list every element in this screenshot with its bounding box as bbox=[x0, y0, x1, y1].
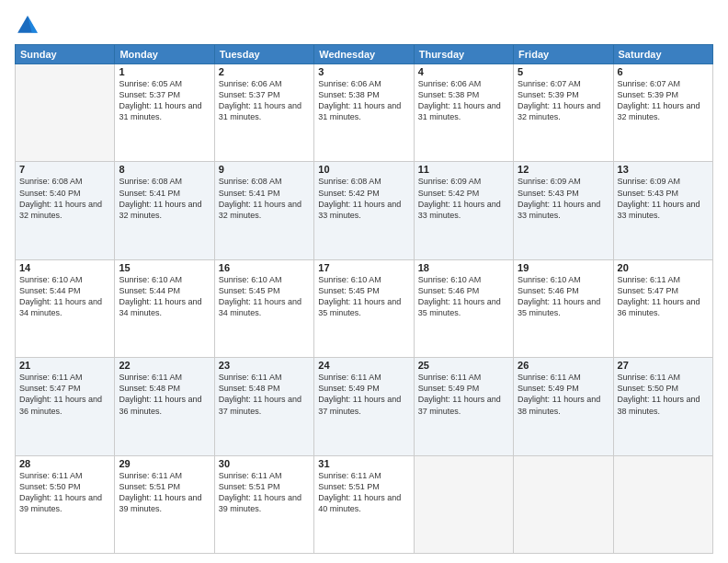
day-number: 10 bbox=[318, 164, 409, 175]
calendar-day-cell: 10 Sunrise: 6:08 AMSunset: 5:42 PMDaylig… bbox=[314, 162, 414, 259]
calendar-day-cell: 16 Sunrise: 6:10 AMSunset: 5:45 PMDaylig… bbox=[214, 259, 313, 357]
calendar-day-cell: 2 Sunrise: 6:06 AMSunset: 5:37 PMDayligh… bbox=[214, 64, 313, 162]
calendar-day-cell: 28 Sunrise: 6:11 AMSunset: 5:50 PMDaylig… bbox=[16, 455, 115, 553]
calendar-day-cell bbox=[16, 64, 115, 162]
calendar-day-cell: 11 Sunrise: 6:09 AMSunset: 5:42 PMDaylig… bbox=[414, 162, 513, 259]
day-detail: Sunrise: 6:05 AMSunset: 5:37 PMDaylight:… bbox=[119, 78, 210, 123]
weekday-header: Tuesday bbox=[214, 45, 313, 64]
day-detail: Sunrise: 6:11 AMSunset: 5:48 PMDaylight:… bbox=[119, 372, 210, 417]
day-number: 22 bbox=[119, 360, 210, 371]
weekday-header-row: SundayMondayTuesdayWednesdayThursdayFrid… bbox=[16, 45, 713, 64]
calendar-week-row: 21 Sunrise: 6:11 AMSunset: 5:47 PMDaylig… bbox=[16, 358, 713, 455]
calendar-week-row: 1 Sunrise: 6:05 AMSunset: 5:37 PMDayligh… bbox=[16, 64, 713, 162]
day-detail: Sunrise: 6:08 AMSunset: 5:41 PMDaylight:… bbox=[119, 176, 210, 221]
day-number: 29 bbox=[119, 458, 210, 469]
day-detail: Sunrise: 6:06 AMSunset: 5:38 PMDaylight:… bbox=[318, 78, 409, 123]
day-detail: Sunrise: 6:11 AMSunset: 5:49 PMDaylight:… bbox=[418, 372, 509, 417]
weekday-header: Monday bbox=[115, 45, 214, 64]
day-number: 14 bbox=[19, 262, 110, 273]
calendar-day-cell: 26 Sunrise: 6:11 AMSunset: 5:49 PMDaylig… bbox=[514, 358, 613, 455]
day-detail: Sunrise: 6:11 AMSunset: 5:51 PMDaylight:… bbox=[219, 470, 310, 515]
logo-icon bbox=[15, 13, 40, 39]
day-detail: Sunrise: 6:08 AMSunset: 5:41 PMDaylight:… bbox=[219, 176, 310, 221]
day-detail: Sunrise: 6:06 AMSunset: 5:37 PMDaylight:… bbox=[219, 78, 310, 123]
day-detail: Sunrise: 6:10 AMSunset: 5:45 PMDaylight:… bbox=[318, 274, 409, 319]
day-number: 18 bbox=[418, 262, 509, 273]
day-number: 5 bbox=[518, 66, 609, 77]
day-detail: Sunrise: 6:06 AMSunset: 5:38 PMDaylight:… bbox=[418, 78, 509, 123]
calendar-day-cell: 19 Sunrise: 6:10 AMSunset: 5:46 PMDaylig… bbox=[514, 259, 613, 357]
day-number: 3 bbox=[318, 66, 409, 77]
day-number: 2 bbox=[219, 66, 310, 77]
calendar-day-cell: 25 Sunrise: 6:11 AMSunset: 5:49 PMDaylig… bbox=[414, 358, 513, 455]
day-number: 28 bbox=[19, 458, 110, 469]
day-number: 27 bbox=[618, 360, 709, 371]
day-detail: Sunrise: 6:11 AMSunset: 5:48 PMDaylight:… bbox=[219, 372, 310, 417]
day-detail: Sunrise: 6:09 AMSunset: 5:43 PMDaylight:… bbox=[518, 176, 609, 221]
calendar-day-cell: 5 Sunrise: 6:07 AMSunset: 5:39 PMDayligh… bbox=[514, 64, 613, 162]
day-number: 30 bbox=[219, 458, 310, 469]
day-detail: Sunrise: 6:10 AMSunset: 5:44 PMDaylight:… bbox=[19, 274, 110, 319]
day-number: 6 bbox=[618, 66, 709, 77]
day-detail: Sunrise: 6:08 AMSunset: 5:40 PMDaylight:… bbox=[19, 176, 110, 221]
day-number: 20 bbox=[618, 262, 709, 273]
calendar-day-cell: 23 Sunrise: 6:11 AMSunset: 5:48 PMDaylig… bbox=[214, 358, 313, 455]
weekday-header: Wednesday bbox=[314, 45, 414, 64]
day-detail: Sunrise: 6:07 AMSunset: 5:39 PMDaylight:… bbox=[618, 78, 709, 123]
day-detail: Sunrise: 6:11 AMSunset: 5:47 PMDaylight:… bbox=[618, 274, 709, 319]
weekday-header: Thursday bbox=[414, 45, 513, 64]
day-number: 17 bbox=[318, 262, 409, 273]
day-number: 13 bbox=[618, 164, 709, 175]
day-detail: Sunrise: 6:11 AMSunset: 5:47 PMDaylight:… bbox=[19, 372, 110, 417]
calendar-day-cell bbox=[613, 455, 712, 553]
logo bbox=[15, 13, 44, 39]
day-number: 31 bbox=[318, 458, 409, 469]
day-detail: Sunrise: 6:09 AMSunset: 5:42 PMDaylight:… bbox=[418, 176, 509, 221]
day-number: 12 bbox=[518, 164, 609, 175]
calendar-day-cell: 21 Sunrise: 6:11 AMSunset: 5:47 PMDaylig… bbox=[16, 358, 115, 455]
calendar-day-cell bbox=[414, 455, 513, 553]
calendar-day-cell: 12 Sunrise: 6:09 AMSunset: 5:43 PMDaylig… bbox=[514, 162, 613, 259]
day-detail: Sunrise: 6:11 AMSunset: 5:50 PMDaylight:… bbox=[618, 372, 709, 417]
calendar-week-row: 28 Sunrise: 6:11 AMSunset: 5:50 PMDaylig… bbox=[16, 455, 713, 553]
weekday-header: Friday bbox=[514, 45, 613, 64]
day-number: 4 bbox=[418, 66, 509, 77]
calendar-week-row: 14 Sunrise: 6:10 AMSunset: 5:44 PMDaylig… bbox=[16, 259, 713, 357]
day-number: 8 bbox=[119, 164, 210, 175]
day-detail: Sunrise: 6:10 AMSunset: 5:46 PMDaylight:… bbox=[518, 274, 609, 319]
day-number: 25 bbox=[418, 360, 509, 371]
day-number: 1 bbox=[119, 66, 210, 77]
calendar-day-cell: 3 Sunrise: 6:06 AMSunset: 5:38 PMDayligh… bbox=[314, 64, 414, 162]
calendar-day-cell: 6 Sunrise: 6:07 AMSunset: 5:39 PMDayligh… bbox=[613, 64, 712, 162]
calendar-day-cell: 1 Sunrise: 6:05 AMSunset: 5:37 PMDayligh… bbox=[115, 64, 214, 162]
weekday-header: Sunday bbox=[16, 45, 115, 64]
calendar-day-cell: 18 Sunrise: 6:10 AMSunset: 5:46 PMDaylig… bbox=[414, 259, 513, 357]
day-number: 24 bbox=[318, 360, 409, 371]
day-number: 19 bbox=[518, 262, 609, 273]
day-detail: Sunrise: 6:08 AMSunset: 5:42 PMDaylight:… bbox=[318, 176, 409, 221]
calendar-day-cell: 20 Sunrise: 6:11 AMSunset: 5:47 PMDaylig… bbox=[613, 259, 712, 357]
day-number: 26 bbox=[518, 360, 609, 371]
day-detail: Sunrise: 6:11 AMSunset: 5:51 PMDaylight:… bbox=[119, 470, 210, 515]
day-detail: Sunrise: 6:07 AMSunset: 5:39 PMDaylight:… bbox=[518, 78, 609, 123]
day-detail: Sunrise: 6:11 AMSunset: 5:50 PMDaylight:… bbox=[19, 470, 110, 515]
weekday-header: Saturday bbox=[613, 45, 712, 64]
day-detail: Sunrise: 6:09 AMSunset: 5:43 PMDaylight:… bbox=[618, 176, 709, 221]
day-detail: Sunrise: 6:11 AMSunset: 5:49 PMDaylight:… bbox=[518, 372, 609, 417]
calendar-day-cell: 7 Sunrise: 6:08 AMSunset: 5:40 PMDayligh… bbox=[16, 162, 115, 259]
calendar-day-cell: 9 Sunrise: 6:08 AMSunset: 5:41 PMDayligh… bbox=[214, 162, 313, 259]
page: SundayMondayTuesdayWednesdayThursdayFrid… bbox=[0, 0, 728, 563]
day-number: 16 bbox=[219, 262, 310, 273]
calendar-day-cell: 24 Sunrise: 6:11 AMSunset: 5:49 PMDaylig… bbox=[314, 358, 414, 455]
calendar-day-cell: 30 Sunrise: 6:11 AMSunset: 5:51 PMDaylig… bbox=[214, 455, 313, 553]
day-detail: Sunrise: 6:10 AMSunset: 5:45 PMDaylight:… bbox=[219, 274, 310, 319]
day-number: 7 bbox=[19, 164, 110, 175]
calendar-day-cell: 13 Sunrise: 6:09 AMSunset: 5:43 PMDaylig… bbox=[613, 162, 712, 259]
header bbox=[15, 9, 713, 39]
calendar-day-cell: 31 Sunrise: 6:11 AMSunset: 5:51 PMDaylig… bbox=[314, 455, 414, 553]
day-number: 15 bbox=[119, 262, 210, 273]
calendar-day-cell: 27 Sunrise: 6:11 AMSunset: 5:50 PMDaylig… bbox=[613, 358, 712, 455]
calendar-day-cell: 8 Sunrise: 6:08 AMSunset: 5:41 PMDayligh… bbox=[115, 162, 214, 259]
calendar-day-cell: 22 Sunrise: 6:11 AMSunset: 5:48 PMDaylig… bbox=[115, 358, 214, 455]
calendar-day-cell: 15 Sunrise: 6:10 AMSunset: 5:44 PMDaylig… bbox=[115, 259, 214, 357]
